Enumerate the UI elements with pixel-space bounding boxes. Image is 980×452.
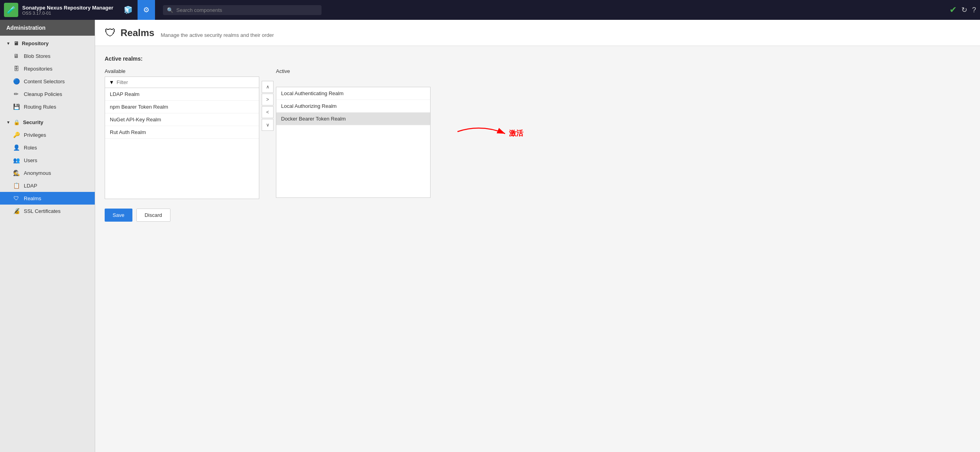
sidebar-header: Administration bbox=[0, 20, 95, 36]
ldap-icon: 📋 bbox=[13, 182, 20, 189]
content-selectors-icon: 🔵 bbox=[13, 78, 20, 84]
page-title: Realms bbox=[121, 27, 154, 38]
section-title: Active realms: bbox=[105, 56, 970, 62]
sidebar-item-users-label: Users bbox=[24, 157, 37, 163]
sidebar-item-ldap-label: LDAP bbox=[24, 183, 37, 189]
sidebar-section-security: ▼ 🔒 Security 🔑 Privileges 👤 Roles 👥 User… bbox=[0, 115, 95, 219]
filter-input-wrapper: ▼ bbox=[105, 77, 259, 88]
content: 🛡 Realms Manage the active security real… bbox=[95, 20, 980, 452]
active-panel: Active Local Authenticating Realm Local … bbox=[276, 68, 431, 198]
app-version: OSS 3.17.0-01 bbox=[22, 11, 113, 15]
list-item[interactable]: Rut Auth Realm bbox=[105, 126, 259, 139]
active-label: Active bbox=[276, 68, 431, 74]
list-item-selected[interactable]: Docker Bearer Token Realm bbox=[276, 113, 430, 125]
sidebar-group-repository[interactable]: ▼ 🖥 Repository bbox=[0, 37, 95, 50]
sidebar-item-content-selectors[interactable]: 🔵 Content Selectors bbox=[0, 75, 95, 88]
control-buttons: ∧ > < ∨ bbox=[259, 81, 276, 131]
help-icon[interactable]: ? bbox=[972, 6, 976, 14]
sidebar-item-privileges-label: Privileges bbox=[24, 132, 46, 138]
sidebar-item-ldap[interactable]: 📋 LDAP bbox=[0, 179, 95, 192]
topbar: 🧪 Sonatype Nexus Repository Manager OSS … bbox=[0, 0, 980, 20]
main-layout: Administration ▼ 🖥 Repository 🖥 Blob Sto… bbox=[0, 20, 980, 452]
sidebar-item-repositories[interactable]: 🗄 Repositories bbox=[0, 62, 95, 75]
security-arrow-icon: ▼ bbox=[6, 120, 10, 124]
routing-rules-icon: 💾 bbox=[13, 103, 20, 110]
search-bar: 🔍 bbox=[163, 5, 322, 15]
filter-icon: ▼ bbox=[109, 79, 114, 85]
main-content: Active realms: Available ▼ LDAP Realm np… bbox=[95, 46, 980, 231]
brand: 🧪 Sonatype Nexus Repository Manager OSS … bbox=[4, 3, 113, 17]
ssl-certificates-icon: 🔏 bbox=[13, 208, 20, 214]
blob-stores-icon: 🖥 bbox=[13, 53, 20, 59]
sidebar-group-security-label: Security bbox=[23, 119, 43, 125]
app-title: Sonatype Nexus Repository Manager bbox=[22, 5, 113, 11]
sidebar-item-roles[interactable]: 👤 Roles bbox=[0, 141, 95, 154]
sidebar-item-realms[interactable]: 🛡 Realms bbox=[0, 192, 95, 205]
sidebar-item-cleanup-policies-label: Cleanup Policies bbox=[24, 91, 62, 97]
sidebar-item-blob-stores[interactable]: 🖥 Blob Stores bbox=[0, 50, 95, 62]
sidebar-group-security[interactable]: ▼ 🔒 Security bbox=[0, 116, 95, 128]
users-icon: 👥 bbox=[13, 157, 20, 163]
discard-button[interactable]: Discard bbox=[136, 209, 170, 222]
sidebar-item-ssl-certificates-label: SSL Certificates bbox=[24, 208, 61, 214]
active-realm-list: Local Authenticating Realm Local Authori… bbox=[276, 87, 431, 198]
search-input[interactable] bbox=[176, 7, 318, 13]
move-right-button[interactable]: > bbox=[262, 94, 274, 105]
sidebar-icon: 🖥 bbox=[13, 40, 19, 46]
sidebar-group-repository-label: Repository bbox=[22, 40, 49, 46]
sidebar-item-realms-label: Realms bbox=[24, 195, 41, 201]
move-left-button[interactable]: < bbox=[262, 106, 274, 118]
list-item[interactable]: npm Bearer Token Realm bbox=[105, 101, 259, 113]
action-buttons: Save Discard bbox=[105, 209, 970, 222]
topbar-nav: 🧊 ⚙ bbox=[119, 0, 155, 20]
sidebar-section-repository: ▼ 🖥 Repository 🖥 Blob Stores 🗄 Repositor… bbox=[0, 36, 95, 115]
page-description: Manage the active security realms and th… bbox=[161, 32, 274, 39]
list-item[interactable]: LDAP Realm bbox=[105, 88, 259, 101]
browse-nav-button[interactable]: 🧊 bbox=[119, 0, 137, 20]
sidebar-item-blob-stores-label: Blob Stores bbox=[24, 53, 50, 59]
sidebar-item-privileges[interactable]: 🔑 Privileges bbox=[0, 128, 95, 141]
list-item[interactable]: NuGet API-Key Realm bbox=[105, 113, 259, 126]
page-header-icon: 🛡 bbox=[105, 26, 116, 39]
brand-text: Sonatype Nexus Repository Manager OSS 3.… bbox=[22, 5, 113, 15]
available-realm-list: LDAP Realm npm Bearer Token Realm NuGet … bbox=[105, 88, 259, 199]
brand-logo: 🧪 bbox=[4, 3, 18, 17]
realms-icon: 🛡 bbox=[13, 195, 20, 201]
move-down-button[interactable]: ∨ bbox=[262, 119, 274, 131]
sidebar-item-routing-rules-label: Routing Rules bbox=[24, 104, 56, 110]
sidebar: Administration ▼ 🖥 Repository 🖥 Blob Sto… bbox=[0, 20, 95, 452]
move-up-button[interactable]: ∧ bbox=[262, 81, 274, 93]
anonymous-icon: 🕵 bbox=[13, 170, 20, 176]
sidebar-item-repositories-label: Repositories bbox=[24, 66, 52, 72]
sidebar-item-anonymous[interactable]: 🕵 Anonymous bbox=[0, 167, 95, 179]
sidebar-item-roles-label: Roles bbox=[24, 145, 37, 151]
privileges-icon: 🔑 bbox=[13, 132, 20, 138]
annotation-text: 激活 bbox=[509, 129, 524, 137]
repository-arrow-icon: ▼ bbox=[6, 41, 10, 46]
sidebar-item-cleanup-policies[interactable]: ✏ Cleanup Policies bbox=[0, 88, 95, 100]
cleanup-policies-icon: ✏ bbox=[13, 91, 20, 97]
sidebar-item-users[interactable]: 👥 Users bbox=[0, 154, 95, 167]
sidebar-item-routing-rules[interactable]: 💾 Routing Rules bbox=[0, 100, 95, 113]
filter-input[interactable] bbox=[117, 79, 255, 85]
sidebar-item-anonymous-label: Anonymous bbox=[24, 170, 51, 176]
refresh-icon[interactable]: ↻ bbox=[961, 6, 967, 14]
available-label: Available bbox=[105, 68, 259, 74]
page-header: 🛡 Realms Manage the active security real… bbox=[95, 20, 980, 46]
save-button[interactable]: Save bbox=[105, 209, 132, 222]
settings-nav-button[interactable]: ⚙ bbox=[138, 0, 155, 20]
list-item[interactable]: Local Authenticating Realm bbox=[276, 87, 430, 100]
sidebar-item-ssl-certificates[interactable]: 🔏 SSL Certificates bbox=[0, 205, 95, 217]
topbar-actions: ✔ ↻ ? bbox=[949, 5, 976, 15]
search-icon: 🔍 bbox=[167, 7, 173, 13]
sidebar-item-content-selectors-label: Content Selectors bbox=[24, 79, 65, 84]
realms-container: Available ▼ LDAP Realm npm Bearer Token … bbox=[105, 68, 970, 199]
status-icon: ✔ bbox=[949, 5, 957, 15]
annotation-svg: 激活 bbox=[450, 120, 568, 151]
roles-icon: 👤 bbox=[13, 144, 20, 151]
repositories-icon: 🗄 bbox=[13, 65, 20, 72]
available-panel: Available ▼ LDAP Realm npm Bearer Token … bbox=[105, 68, 259, 199]
list-item[interactable]: Local Authorizing Realm bbox=[276, 100, 430, 113]
security-group-icon: 🔒 bbox=[13, 119, 20, 125]
